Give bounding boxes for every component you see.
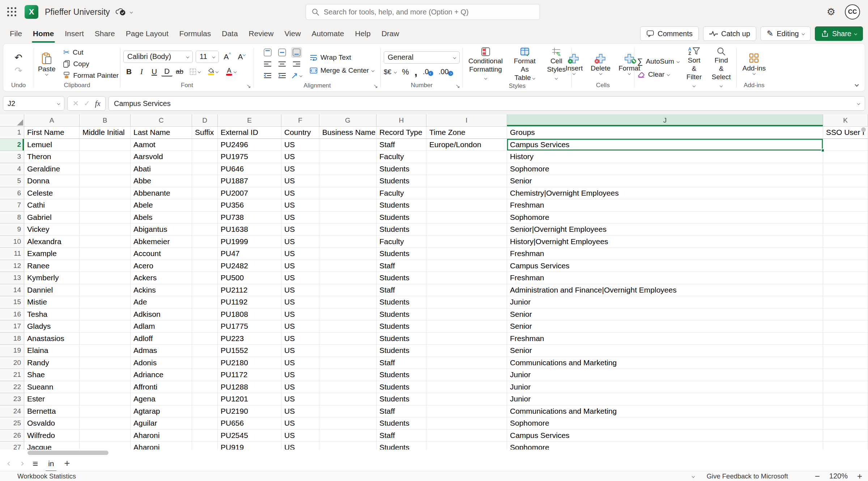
cell-C27[interactable]: Aharoni bbox=[131, 442, 192, 450]
cell-G26[interactable] bbox=[319, 430, 376, 442]
cell-D5[interactable] bbox=[192, 175, 218, 187]
cell-J1[interactable]: Groups bbox=[507, 127, 823, 139]
zoom-in-button[interactable]: + bbox=[857, 472, 862, 481]
row-header-7[interactable]: 7 bbox=[0, 199, 24, 212]
cell-J24[interactable]: Communications and Marketing bbox=[507, 405, 823, 418]
cell-A11[interactable]: Example bbox=[24, 248, 80, 260]
cell-E5[interactable]: PU1887 bbox=[218, 175, 281, 187]
col-header-K[interactable]: K bbox=[823, 114, 868, 127]
cell-K25[interactable] bbox=[823, 417, 868, 430]
cell-D19[interactable] bbox=[192, 345, 218, 357]
cell-G9[interactable] bbox=[319, 224, 376, 236]
cell-G10[interactable] bbox=[319, 236, 376, 248]
cell-A5[interactable]: Donna bbox=[24, 175, 80, 187]
cell-A19[interactable]: Elaina bbox=[24, 345, 80, 357]
tab-page-layout[interactable]: Page Layout bbox=[120, 24, 174, 43]
cell-J23[interactable]: Junior bbox=[507, 393, 823, 405]
cell-I15[interactable] bbox=[426, 296, 507, 308]
cell-B23[interactable] bbox=[80, 393, 131, 405]
cell-C5[interactable]: Abbe bbox=[131, 175, 192, 187]
account-avatar[interactable]: CC bbox=[845, 4, 860, 20]
underline-button[interactable]: U bbox=[149, 66, 160, 77]
cell-E4[interactable]: PU646 bbox=[218, 163, 281, 175]
tab-insert[interactable]: Insert bbox=[59, 24, 89, 43]
cell-C18[interactable]: Adloff bbox=[131, 333, 192, 345]
row-header-19[interactable]: 19 bbox=[0, 345, 24, 357]
cell-D13[interactable] bbox=[192, 272, 218, 284]
cell-D18[interactable] bbox=[192, 333, 218, 345]
cell-F17[interactable]: US bbox=[281, 320, 319, 333]
zoom-out-button[interactable]: − bbox=[815, 472, 820, 481]
cell-F25[interactable]: US bbox=[281, 417, 319, 430]
row-header-18[interactable]: 18 bbox=[0, 333, 24, 345]
cell-K5[interactable] bbox=[823, 175, 868, 187]
align-middle-button[interactable] bbox=[278, 48, 286, 57]
cell-E3[interactable]: PU1975 bbox=[218, 151, 281, 163]
cell-I14[interactable] bbox=[426, 284, 507, 297]
cell-I13[interactable] bbox=[426, 272, 507, 284]
tab-home[interactable]: Home bbox=[27, 24, 59, 43]
cell-A13[interactable]: Kymberly bbox=[24, 272, 80, 284]
cell-A6[interactable]: Celeste bbox=[24, 187, 80, 200]
cell-G14[interactable] bbox=[319, 284, 376, 297]
cell-K27[interactable] bbox=[823, 442, 868, 450]
catch-up-button[interactable]: Catch up bbox=[703, 26, 756, 41]
cell-J10[interactable]: History|Overnight Employees bbox=[507, 236, 823, 248]
insert-cells-button[interactable]: + Insert bbox=[563, 53, 586, 75]
title-dropdown-chevron-icon[interactable] bbox=[130, 10, 133, 13]
cell-H7[interactable]: Students bbox=[376, 199, 426, 212]
increase-decimal-button[interactable]: .0 bbox=[423, 68, 433, 76]
cell-G4[interactable] bbox=[319, 163, 376, 175]
row-header-14[interactable]: 14 bbox=[0, 284, 24, 297]
row-header-27[interactable]: 27 bbox=[0, 442, 24, 450]
cell-B13[interactable] bbox=[80, 272, 131, 284]
cell-E14[interactable]: PU2112 bbox=[218, 284, 281, 297]
cell-H10[interactable]: Faculty bbox=[376, 236, 426, 248]
cell-G27[interactable] bbox=[319, 442, 376, 450]
col-header-E[interactable]: E bbox=[218, 114, 281, 127]
cell-K20[interactable] bbox=[823, 357, 868, 369]
cell-B20[interactable] bbox=[80, 357, 131, 369]
editing-mode-button[interactable]: ✎ Editing bbox=[761, 26, 810, 41]
cell-I2[interactable]: Europe/London bbox=[426, 139, 507, 151]
cell-A27[interactable]: Jacque bbox=[24, 442, 80, 450]
fill-color-button[interactable] bbox=[205, 66, 221, 77]
cell-I5[interactable] bbox=[426, 175, 507, 187]
cell-F3[interactable]: US bbox=[281, 151, 319, 163]
cell-A12[interactable]: Ranee bbox=[24, 260, 80, 272]
row-header-13[interactable]: 13 bbox=[0, 272, 24, 284]
cell-J15[interactable]: Junior bbox=[507, 296, 823, 308]
cell-H25[interactable]: Students bbox=[376, 417, 426, 430]
cancel-entry-icon[interactable]: ✕ bbox=[72, 99, 79, 108]
cell-C4[interactable]: Abati bbox=[131, 163, 192, 175]
cell-E24[interactable]: PU2190 bbox=[218, 405, 281, 418]
italic-button[interactable]: I bbox=[136, 66, 147, 77]
cell-J6[interactable]: Chemistry|Overnight Employees bbox=[507, 187, 823, 200]
cell-B17[interactable] bbox=[80, 320, 131, 333]
row-header-11[interactable]: 11 bbox=[0, 248, 24, 260]
cell-I11[interactable] bbox=[426, 248, 507, 260]
conditional-formatting-button[interactable]: Conditional Formatting bbox=[466, 47, 505, 82]
cell-C21[interactable]: Adriance bbox=[131, 369, 192, 381]
col-header-H[interactable]: H bbox=[376, 114, 426, 127]
cell-G21[interactable] bbox=[319, 369, 376, 381]
cell-A7[interactable]: Cathi bbox=[24, 199, 80, 212]
cell-B6[interactable] bbox=[80, 187, 131, 200]
cell-C25[interactable]: Aguilar bbox=[131, 417, 192, 430]
next-sheet-chevron-icon[interactable] bbox=[20, 462, 23, 465]
cell-E27[interactable]: PU919 bbox=[218, 442, 281, 450]
share-button[interactable]: Share bbox=[815, 26, 863, 41]
cell-H14[interactable]: Staff bbox=[376, 284, 426, 297]
cell-I21[interactable] bbox=[426, 369, 507, 381]
cell-A22[interactable]: Sueann bbox=[24, 381, 80, 393]
cell-J2[interactable]: Campus Services bbox=[507, 139, 823, 151]
cell-F19[interactable]: US bbox=[281, 345, 319, 357]
cell-J26[interactable]: Campus Services bbox=[507, 430, 823, 442]
col-header-I[interactable]: I bbox=[426, 114, 507, 127]
cell-F7[interactable]: US bbox=[281, 199, 319, 212]
cell-H12[interactable]: Staff bbox=[376, 260, 426, 272]
cell-K24[interactable] bbox=[823, 405, 868, 418]
cell-G12[interactable] bbox=[319, 260, 376, 272]
format-painter-button[interactable]: Format Painter bbox=[63, 72, 119, 80]
cell-G2[interactable] bbox=[319, 139, 376, 151]
